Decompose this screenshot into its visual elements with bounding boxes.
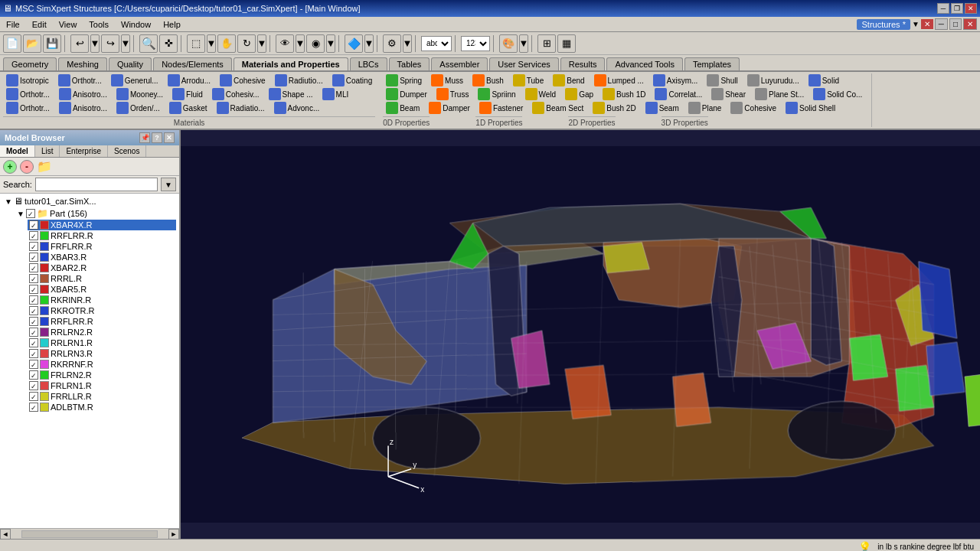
tree-item[interactable]: RRFLRR.R [28, 230, 176, 241]
structures-dropdown[interactable]: Structures * [857, 19, 910, 30]
render-button[interactable]: ◉ [306, 34, 325, 53]
win-max2[interactable]: □ [949, 18, 962, 30]
tree-item-checkbox[interactable] [29, 220, 38, 230]
redo-dropdown[interactable]: ▼ [121, 34, 130, 53]
select-box-button[interactable]: ⬚ [187, 34, 205, 53]
prop-plane[interactable]: Plane [685, 101, 725, 115]
prop-luyurudu[interactable]: Luyurudu... [744, 73, 802, 87]
prop-spring2[interactable]: Spriinn [475, 87, 518, 101]
prop-truss[interactable]: Truss [433, 87, 472, 101]
tree-item-checkbox[interactable] [29, 360, 38, 369]
prop-bush[interactable]: Bush [469, 73, 507, 87]
mat-mooney[interactable]: Mooney... [113, 87, 166, 101]
mat-fluid[interactable]: Fluid [169, 87, 206, 101]
hscroll-right[interactable]: ► [168, 529, 179, 540]
tree-item-checkbox[interactable] [29, 295, 38, 305]
menu-help[interactable]: Help [157, 18, 187, 31]
prop-spring1[interactable]: Spring [383, 73, 425, 87]
tree-item[interactable]: RRLRN1.R [28, 337, 176, 348]
tab-results[interactable]: Results [560, 57, 606, 70]
tree-part-checkbox[interactable] [26, 209, 35, 218]
win-close2[interactable]: ✕ [963, 18, 977, 30]
tree-item[interactable]: RRFLRR.R [28, 316, 176, 327]
analysis-button[interactable]: ⚙ [383, 34, 401, 53]
browser-tab-enterprise[interactable]: Enterprise [60, 145, 108, 157]
prop-lumped[interactable]: Lumped ... [591, 73, 647, 87]
tree-item[interactable]: XBAR2.R [28, 262, 176, 273]
prop-bush1d[interactable]: Bush 1D [599, 87, 648, 101]
prop-beam[interactable]: Beam [383, 101, 423, 115]
tree-item-checkbox[interactable] [29, 274, 38, 283]
tab-lbcs[interactable]: LBCs [350, 57, 387, 70]
tab-geometry[interactable]: Geometry [3, 57, 57, 70]
render-dropdown[interactable]: ▼ [326, 34, 335, 53]
analysis-dropdown[interactable]: ▼ [403, 34, 412, 53]
mat-gasket[interactable]: Gasket [166, 101, 211, 115]
select-all-button[interactable]: ✜ [159, 34, 178, 53]
mat-radiutio[interactable]: Radiutio... [272, 73, 326, 87]
undo-button[interactable]: ↩ [70, 34, 89, 53]
color-dropdown[interactable]: ▼ [519, 34, 528, 53]
tree-item-checkbox[interactable] [29, 349, 38, 358]
mat-arrodu[interactable]: Arrodu... [165, 73, 214, 87]
view-button[interactable]: 👁 [276, 34, 294, 53]
tree-item[interactable]: FRFLRR.R [28, 241, 176, 252]
mat-orthotr3[interactable]: Orthotr... [3, 101, 53, 115]
browser-close-button[interactable]: ✕ [164, 132, 175, 143]
prop-shull[interactable]: Shull [704, 73, 740, 87]
tab-nodes-elements[interactable]: Nodes/Elements [153, 57, 232, 70]
tree-item-checkbox[interactable] [29, 306, 38, 315]
mat-dropdown[interactable]: ▼ [364, 34, 374, 53]
close-button[interactable]: ✕ [965, 3, 977, 14]
prop-tube[interactable]: Tube [510, 73, 547, 87]
mat-shape[interactable]: Shape ... [266, 87, 316, 101]
tab-user-services[interactable]: User Services [489, 57, 558, 70]
tree-item[interactable]: RRRL.R [28, 273, 176, 284]
tree-part-folder[interactable]: ▼ 📁 Part (156) [15, 207, 176, 220]
prop-beamsect[interactable]: Beam Sect [529, 101, 586, 115]
save-button[interactable]: 💾 [43, 34, 61, 53]
browser-tab-model[interactable]: Model [0, 145, 35, 157]
menu-view[interactable]: View [53, 18, 83, 31]
prop-axisym[interactable]: Axisym... [650, 73, 701, 87]
tree-item[interactable]: RRLRN2.R [28, 327, 176, 337]
tree-item[interactable]: FRRLLR.R [28, 391, 176, 402]
prop-solidco[interactable]: Solid Co... [810, 87, 865, 101]
tree-item[interactable]: ADLBTM.R [28, 402, 176, 412]
prop-dumper[interactable]: Dumper [383, 87, 430, 101]
browser-help-button[interactable]: ? [152, 132, 162, 143]
prop-solidshell[interactable]: Solid Shell [782, 101, 838, 115]
grid-button[interactable]: ▦ [557, 34, 576, 53]
browser-tab-scenos[interactable]: Scenos [108, 145, 146, 157]
tree-item[interactable]: XBAR5.R [28, 284, 176, 295]
prop-gap[interactable]: Gap [562, 87, 596, 101]
mat-orthotr2[interactable]: Orthotr... [3, 87, 53, 101]
prop-fastener[interactable]: Fastener [476, 101, 526, 115]
prop-bend[interactable]: Bend [550, 73, 587, 87]
mat-orthotr1[interactable]: Orthotr... [55, 73, 105, 87]
tree-item-checkbox[interactable] [29, 381, 38, 390]
mat-isotropic[interactable]: Isotropic [3, 73, 52, 87]
tree-item[interactable]: RKRRNF.R [28, 359, 176, 370]
new-button[interactable]: 📄 [3, 34, 21, 53]
browser-remove-button[interactable]: - [20, 160, 34, 174]
mat-generul[interactable]: Generul... [108, 73, 162, 87]
tree-item-checkbox[interactable] [29, 285, 38, 294]
view-dropdown[interactable]: ▼ [296, 34, 305, 53]
titlebar-controls[interactable]: ─ ❐ ✕ [937, 3, 977, 14]
mat-mli[interactable]: MLI [319, 87, 352, 101]
tab-quality[interactable]: Quality [109, 57, 152, 70]
tree-item-checkbox[interactable] [29, 338, 38, 347]
mat-anisotro1[interactable]: Anisotro... [56, 87, 110, 101]
tab-meshing[interactable]: Meshing [58, 57, 107, 70]
mat-coating[interactable]: Coating [329, 73, 375, 87]
prop-shear[interactable]: Shear [708, 87, 749, 101]
tree-item[interactable]: RKRINR.R [28, 295, 176, 305]
mat-radiatio[interactable]: Radiatio... [214, 101, 268, 115]
tree-item-checkbox[interactable] [29, 392, 38, 401]
open-button[interactable]: 📂 [23, 34, 41, 53]
search-input[interactable] [35, 178, 158, 191]
redo-button[interactable]: ↪ [101, 34, 119, 53]
select-box-dropdown[interactable]: ▼ [207, 34, 216, 53]
menu-tools[interactable]: Tools [83, 18, 115, 31]
